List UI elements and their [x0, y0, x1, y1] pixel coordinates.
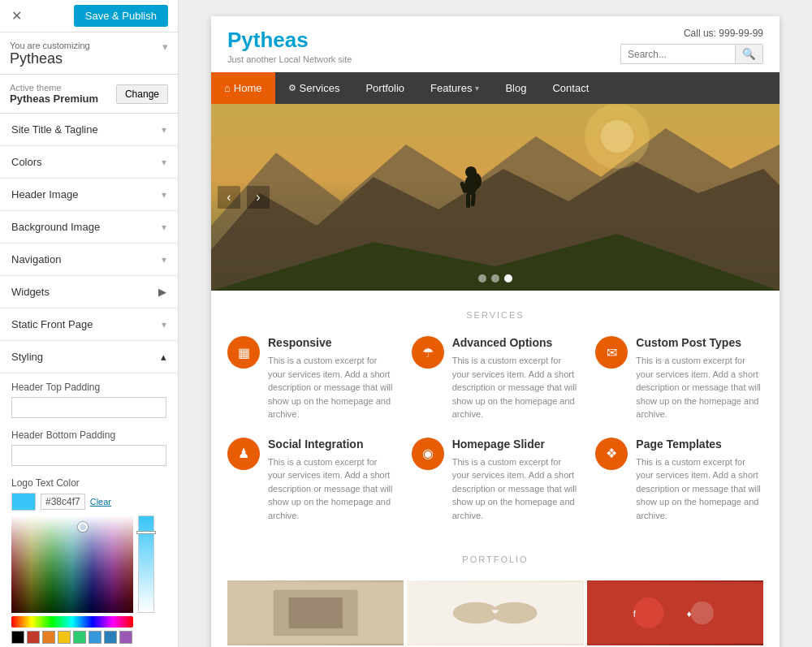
- nav-blog-label: Blog: [505, 82, 526, 94]
- preset-red[interactable]: [27, 631, 40, 644]
- sidebar-item-widgets-label: Widgets: [11, 286, 50, 298]
- portfolio-item-1[interactable]: [227, 580, 404, 645]
- sidebar-item-colors[interactable]: Colors ▾: [0, 146, 178, 179]
- sidebar-item-colors-label: Colors: [11, 156, 42, 168]
- slider-prev-button[interactable]: ‹: [218, 186, 240, 209]
- header-top-padding-input[interactable]: [11, 397, 166, 418]
- site-title: Pytheas: [227, 28, 352, 53]
- service-text-page-templates: Page Templates This is a custom excerpt …: [636, 438, 763, 523]
- nav-item-services[interactable]: ⚙ Services: [275, 72, 353, 104]
- service-text-social: Social Integration This is a custom exce…: [268, 438, 395, 523]
- chevron-right-icon: ▶: [158, 286, 166, 298]
- service-icon-advanced: ☂: [412, 336, 444, 369]
- search-input[interactable]: [621, 45, 735, 63]
- sidebar: ✕ Save & Publish You are customizing Pyt…: [0, 0, 179, 647]
- portfolio-section: PORTFOLIO: [211, 541, 780, 647]
- sidebar-item-widgets[interactable]: Widgets ▶: [0, 276, 178, 308]
- customizing-site-name: Pytheas: [10, 50, 90, 67]
- search-box: 🔍: [620, 44, 763, 64]
- portfolio-item-3[interactable]: f ♦: [587, 580, 763, 645]
- svg-point-17: [491, 602, 538, 623]
- color-picker[interactable]: [11, 515, 166, 644]
- opacity-slider[interactable]: [138, 515, 154, 613]
- service-title-advanced: Advanced Options: [452, 336, 580, 349]
- service-item-social: ♟ Social Integration This is a custom ex…: [227, 438, 395, 523]
- publish-button[interactable]: Save & Publish: [74, 5, 168, 27]
- portfolio-item-2[interactable]: [407, 580, 583, 645]
- chevron-down-icon: ▾: [475, 84, 479, 93]
- hero-section: ‹ ›: [211, 104, 780, 291]
- service-desc-homepage-slider: This is a custom excerpt for your servic…: [452, 455, 580, 523]
- svg-text:♦: ♦: [686, 609, 691, 619]
- service-item-advanced: ☂ Advanced Options This is a custom exce…: [412, 336, 580, 421]
- nav-item-features[interactable]: Features ▾: [417, 72, 492, 104]
- header-bottom-padding-label: Header Bottom Padding: [11, 429, 166, 441]
- portfolio-section-title: PORTFOLIO: [227, 554, 763, 564]
- change-theme-button[interactable]: Change: [116, 84, 168, 104]
- svg-point-6: [470, 173, 482, 189]
- service-title-responsive: Responsive: [268, 336, 395, 349]
- preset-black[interactable]: [11, 631, 24, 644]
- service-text-custom-post: Custom Post Types This is a custom excer…: [636, 336, 763, 421]
- nav-item-contact[interactable]: Contact: [539, 72, 602, 104]
- service-title-social: Social Integration: [268, 438, 395, 451]
- call-text: Call us: 999-99-99: [684, 28, 763, 39]
- clear-color-button[interactable]: Clear: [90, 497, 111, 507]
- preset-darkblue[interactable]: [104, 631, 117, 644]
- preset-blue[interactable]: [89, 631, 102, 644]
- logo-text-color-section: Logo Text Color #38c4f7 Clear: [11, 477, 166, 644]
- search-button[interactable]: 🔍: [735, 45, 762, 63]
- styling-header[interactable]: Styling ▴: [0, 341, 178, 373]
- preview-area: Pytheas Just another Local Network site …: [179, 0, 812, 647]
- preset-colors: [11, 631, 133, 644]
- service-desc-page-templates: This is a custom excerpt for your servic…: [636, 455, 763, 523]
- site-nav: ⌂ Home ⚙ Services Portfolio Features ▾ B…: [211, 72, 780, 104]
- theme-section: Active theme Pytheas Premium Change: [0, 75, 178, 114]
- hue-slider[interactable]: [11, 616, 133, 628]
- svg-point-20: [690, 602, 713, 624]
- service-icon-social: ♟: [227, 438, 260, 470]
- sidebar-topbar: ✕ Save & Publish: [0, 0, 178, 32]
- theme-label: Active theme: [10, 83, 98, 93]
- slider-dot-2[interactable]: [491, 274, 499, 283]
- site-branding: Pytheas Just another Local Network site: [227, 28, 352, 64]
- service-item-page-templates: ❖ Page Templates This is a custom excerp…: [595, 438, 763, 523]
- preset-green[interactable]: [73, 631, 86, 644]
- slider-dot-1[interactable]: [478, 274, 486, 283]
- color-hex-value: #38c4f7: [41, 494, 85, 510]
- nav-item-home[interactable]: ⌂ Home: [211, 72, 275, 104]
- slider-dot-3[interactable]: [504, 274, 512, 283]
- services-section-title: SERVICES: [227, 310, 763, 320]
- svg-rect-14: [289, 597, 343, 628]
- sidebar-item-navigation[interactable]: Navigation ▾: [0, 244, 178, 276]
- styling-label: Styling: [11, 351, 43, 363]
- svg-point-19: [633, 597, 663, 628]
- customizing-label: You are customizing: [10, 41, 90, 50]
- sidebar-item-static-front-page[interactable]: Static Front Page ▾: [0, 308, 178, 341]
- sidebar-customizing-header: You are customizing Pytheas ▾: [0, 32, 178, 75]
- preset-purple[interactable]: [119, 631, 132, 644]
- color-spectrum[interactable]: [11, 515, 133, 613]
- current-color-swatch[interactable]: [11, 493, 36, 511]
- close-button[interactable]: ✕: [10, 6, 24, 25]
- nav-item-portfolio[interactable]: Portfolio: [352, 72, 417, 104]
- slider-next-button[interactable]: ›: [247, 186, 270, 209]
- nav-item-blog[interactable]: Blog: [492, 72, 539, 104]
- sidebar-item-background-image-label: Background Image: [11, 221, 100, 233]
- service-text-responsive: Responsive This is a custom excerpt for …: [268, 336, 395, 421]
- sidebar-item-background-image[interactable]: Background Image ▾: [0, 211, 178, 244]
- chevron-down-icon: ▾: [162, 222, 166, 233]
- preset-orange[interactable]: [42, 631, 55, 644]
- chevron-down-icon: ▾: [162, 124, 166, 136]
- sidebar-item-site-title-label: Site Title & Tagline: [11, 123, 98, 136]
- preset-yellow[interactable]: [58, 631, 71, 644]
- slider-controls: [478, 274, 512, 283]
- header-top-padding-label: Header Top Padding: [11, 382, 166, 393]
- preview-frame: Pytheas Just another Local Network site …: [211, 16, 780, 647]
- chevron-down-icon: ▾: [162, 319, 166, 330]
- service-desc-custom-post: This is a custom excerpt for your servic…: [636, 354, 763, 421]
- header-bottom-padding-input[interactable]: [11, 445, 166, 466]
- sidebar-item-site-title[interactable]: Site Title & Tagline ▾: [0, 114, 178, 146]
- sidebar-item-header-image[interactable]: Header Image ▾: [0, 179, 178, 211]
- svg-rect-7: [466, 193, 470, 208]
